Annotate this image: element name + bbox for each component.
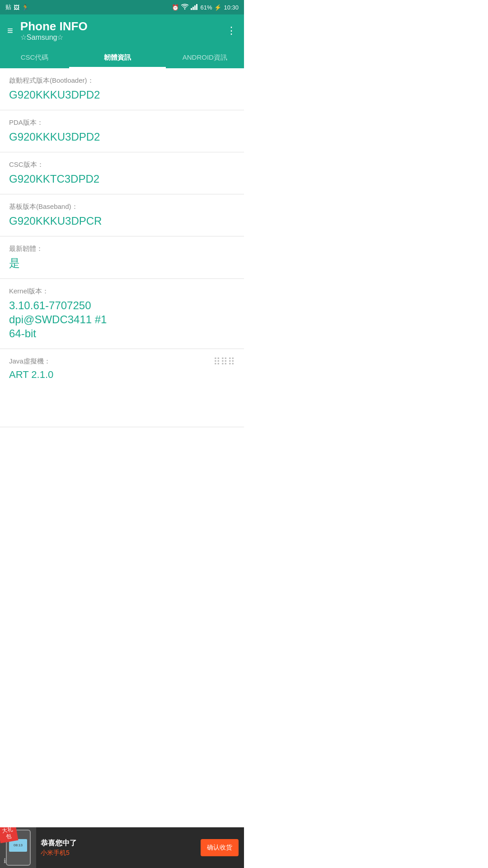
csc-version-value: G920KKTC3DPD2 (9, 172, 235, 186)
baseband-value: G920KKKU3DPCR (9, 214, 235, 228)
latest-firmware-label: 最新韌體： (9, 245, 235, 253)
hamburger-menu-button[interactable]: ≡ (7, 25, 13, 37)
dots-grid-icon: ⠿⠿⠿ (213, 356, 235, 368)
baseband-label: 基板版本(Baseband)： (9, 203, 235, 211)
bootloader-value: G920KKKU3DPD2 (9, 88, 235, 102)
status-bar-left: 贴 🖼 🏃 (5, 3, 29, 11)
firmware-content: 啟動程式版本(Bootloader)： G920KKKU3DPD2 PDA版本：… (0, 68, 244, 427)
header-left: ≡ Phone INFO ☆Samsung☆ (7, 20, 88, 42)
bootloader-row: 啟動程式版本(Bootloader)： G920KKKU3DPD2 (0, 68, 244, 110)
kernel-label: Kernel版本： (9, 287, 235, 296)
battery-percent: 61% (200, 4, 212, 11)
status-right-icons: ⏰ 61% ⚡ 10:30 (172, 4, 239, 11)
wifi-icon (181, 4, 188, 11)
svg-rect-4 (196, 4, 197, 10)
tab-firmware[interactable]: 韌體資訊 (69, 47, 166, 68)
app-subtitle: ☆Samsung☆ (20, 33, 88, 42)
baseband-row: 基板版本(Baseband)： G920KKKU3DPCR (0, 194, 244, 236)
jvm-label-row: Java虛擬機： ⠿⠿⠿ (9, 357, 235, 368)
latest-firmware-value: 是 (9, 256, 235, 270)
more-options-button[interactable]: ⋮ (226, 25, 237, 37)
svg-rect-2 (192, 7, 194, 10)
pda-row: PDA版本： G920KKKU3DPD2 (0, 110, 244, 152)
svg-rect-1 (191, 8, 192, 10)
jvm-value: ART 2.1.0 (9, 368, 235, 382)
jvm-label: Java虛擬機： (9, 357, 51, 366)
status-icon-run: 🏃 (22, 4, 29, 11)
tab-bar: CSC代碼 韌體資訊 ANDROID資訊 (0, 47, 244, 68)
alarm-icon: ⏰ (172, 4, 179, 11)
status-icon-pin: 贴 (5, 3, 11, 11)
signal-icon (191, 4, 198, 11)
tab-android[interactable]: ANDROID資訊 (166, 47, 244, 68)
status-icon-image: 🖼 (14, 4, 19, 11)
jvm-row: Java虛擬機： ⠿⠿⠿ ART 2.1.0 (0, 349, 244, 427)
pda-label: PDA版本： (9, 118, 235, 127)
status-bar: 贴 🖼 🏃 ⏰ 61% ⚡ 10:30 (0, 0, 244, 14)
svg-point-0 (184, 8, 185, 9)
tab-csc[interactable]: CSC代碼 (0, 47, 69, 68)
kernel-value: 3.10.61-7707250 dpi@SWDC3411 #1 64-bit (9, 298, 235, 341)
csc-version-label: CSC版本： (9, 160, 235, 169)
latest-firmware-row: 最新韌體： 是 (0, 236, 244, 278)
app-title: Phone INFO (20, 20, 88, 33)
kernel-row: Kernel版本： 3.10.61-7707250 dpi@SWDC3411 #… (0, 279, 244, 349)
pda-value: G920KKKU3DPD2 (9, 130, 235, 144)
svg-rect-3 (194, 5, 196, 10)
battery-icon: ⚡ (214, 4, 221, 11)
bootloader-label: 啟動程式版本(Bootloader)： (9, 76, 235, 85)
time-display: 10:30 (224, 4, 239, 11)
header-title-group: Phone INFO ☆Samsung☆ (20, 20, 88, 42)
app-header: ≡ Phone INFO ☆Samsung☆ ⋮ (0, 14, 244, 47)
csc-version-row: CSC版本： G920KKTC3DPD2 (0, 152, 244, 194)
